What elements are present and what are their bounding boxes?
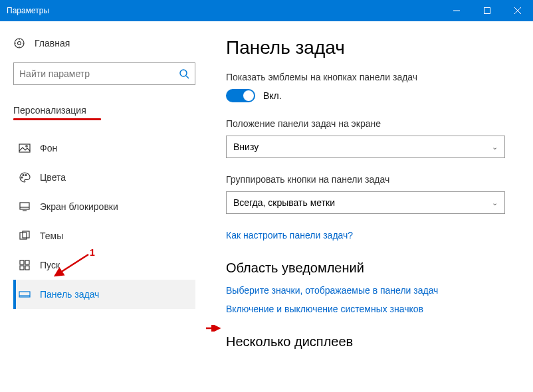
home-button[interactable]: Главная — [13, 37, 195, 49]
group-caption: Группировать кнопки на панели задач — [226, 174, 517, 185]
svg-rect-23 — [25, 260, 29, 264]
sidebar-item-taskbar[interactable]: Панель задач — [13, 280, 195, 309]
sidebar-item-label: Цвета — [40, 172, 66, 183]
multiple-displays-heading: Несколько дисплеев — [226, 334, 517, 349]
svg-rect-24 — [20, 266, 24, 270]
titlebar: Параметры — [0, 0, 533, 21]
svg-point-13 — [26, 146, 27, 147]
svg-rect-25 — [25, 266, 29, 270]
category-header: Персонализация — [13, 105, 195, 116]
toggle-state: Вкл. — [263, 90, 282, 101]
svg-point-10 — [180, 70, 187, 76]
taskbar-icon — [19, 288, 31, 300]
sidebar-item-colors[interactable]: Цвета — [13, 163, 195, 192]
annotation-arrow-2 — [206, 325, 223, 332]
svg-point-16 — [25, 175, 27, 176]
svg-rect-26 — [19, 292, 30, 297]
maximize-button[interactable] — [472, 0, 502, 21]
home-label: Главная — [35, 38, 70, 49]
minimize-button[interactable] — [441, 0, 472, 21]
group-dropdown[interactable]: Всегда, скрывать метки ⌄ — [226, 191, 505, 214]
sidebar-item-label: Фон — [40, 143, 57, 153]
help-link[interactable]: Как настроить панели задач? — [226, 230, 517, 241]
search-input[interactable] — [13, 62, 195, 85]
position-dropdown[interactable]: Внизу ⌄ — [226, 136, 505, 158]
svg-point-14 — [21, 177, 23, 178]
sidebar-item-lockscreen[interactable]: Экран блокировки — [13, 192, 195, 221]
show-badges-toggle[interactable] — [226, 89, 255, 102]
sidebar: Главная Персонализация Фон Цвета Экран б… — [0, 21, 206, 392]
svg-point-5 — [18, 42, 21, 45]
svg-point-4 — [15, 39, 24, 48]
sidebar-item-label: Темы — [40, 231, 63, 241]
sidebar-item-label: Пуск — [40, 260, 60, 270]
sidebar-item-start[interactable]: Пуск — [13, 250, 195, 280]
sidebar-item-themes[interactable]: Темы — [13, 221, 195, 250]
dropdown-value: Внизу — [233, 142, 259, 152]
annotation-underline — [13, 118, 101, 120]
svg-rect-1 — [484, 8, 490, 14]
sidebar-item-background[interactable]: Фон — [13, 134, 195, 163]
lockscreen-icon — [19, 201, 31, 213]
svg-rect-17 — [20, 203, 29, 209]
search-icon — [179, 68, 189, 79]
svg-rect-12 — [19, 144, 30, 152]
close-button[interactable] — [502, 0, 533, 21]
chevron-down-icon: ⌄ — [492, 143, 498, 151]
svg-rect-22 — [20, 260, 24, 264]
position-caption: Положение панели задач на экране — [226, 118, 517, 129]
svg-line-11 — [186, 76, 189, 78]
chevron-down-icon: ⌄ — [492, 199, 498, 207]
toggle-caption: Показать эмблемы на кнопках панели задач — [226, 72, 517, 82]
main-panel: Панель задач Показать эмблемы на кнопках… — [206, 21, 533, 392]
select-icons-link[interactable]: Выберите значки, отображаемые в панели з… — [226, 285, 517, 296]
themes-icon — [19, 230, 31, 242]
sidebar-item-label: Экран блокировки — [40, 201, 118, 212]
dropdown-value: Всегда, скрывать метки — [233, 197, 335, 208]
system-icons-link[interactable]: Включение и выключение системных значков — [226, 304, 517, 314]
start-icon — [19, 259, 31, 271]
search-field[interactable] — [19, 68, 179, 79]
sidebar-item-label: Панель задач — [40, 289, 99, 300]
palette-icon — [19, 171, 31, 183]
picture-icon — [19, 142, 31, 154]
window-title: Параметры — [7, 6, 441, 15]
notification-area-heading: Область уведомлений — [226, 260, 517, 276]
page-title: Панель задач — [226, 37, 517, 58]
svg-point-15 — [23, 175, 24, 176]
